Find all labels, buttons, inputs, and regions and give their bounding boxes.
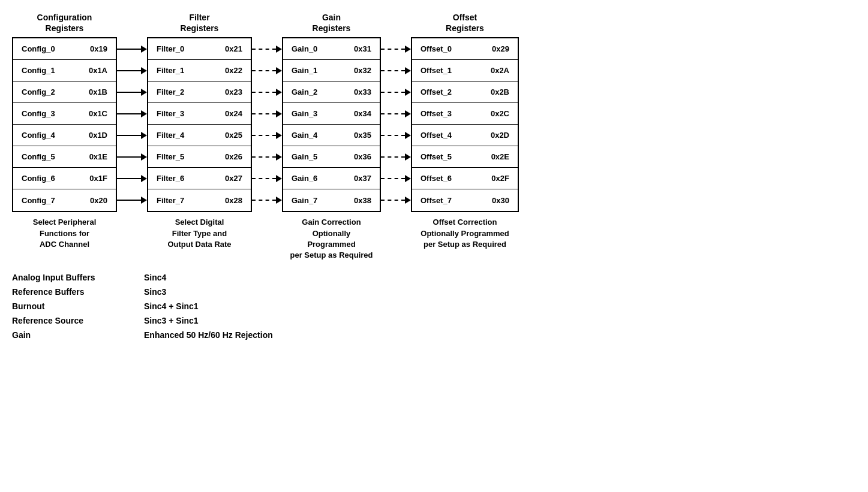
dashed-arrowhead [276, 67, 282, 74]
arrow-row [381, 168, 411, 189]
table-row: Filter_20x23 [148, 82, 251, 103]
dashed-line [252, 156, 276, 158]
table-row: Config_60x1F [13, 168, 116, 189]
filter-footer: Select DigitalFilter Type andOutput Data… [167, 217, 231, 250]
offset-header: OffsetRegisters [446, 12, 484, 34]
feature-value-analog: Sinc4 [144, 273, 166, 282]
solid-arrowhead [141, 67, 147, 74]
feature-label-refsource: Reference Source [12, 316, 144, 325]
dashed-arrowhead [276, 132, 282, 139]
reg-cell: Filter_00x21 [148, 38, 251, 59]
feature-row-refsource: Reference Source Sinc3 + Sinc1 [12, 316, 273, 325]
arrow-row [252, 146, 282, 168]
dashed-arrowhead [405, 46, 411, 53]
dashed-line [252, 200, 276, 201]
feature-value-gain: Enhanced 50 Hz/60 Hz Rejection [144, 330, 273, 340]
dashed-line [252, 92, 276, 93]
diagram-area: ConfigurationRegisters Config_00x19 Conf… [6, 12, 862, 345]
table-row: Filter_00x21 [148, 38, 251, 60]
arrow-row [252, 103, 282, 125]
feature-value-burnout: Sinc4 + Sinc1 [144, 301, 199, 311]
solid-line [117, 200, 141, 201]
arrow-row [252, 60, 282, 82]
dashed-line [381, 156, 405, 158]
reg-cell: Offset_50x2E [412, 146, 518, 167]
reg-cell: Gain_60x37 [283, 168, 380, 189]
table-row: Offset_40x2D [412, 125, 518, 146]
arrow-row [117, 146, 147, 168]
reg-cell: Offset_20x2B [412, 82, 518, 102]
solid-arrowhead [141, 110, 147, 117]
dashed-line [381, 135, 405, 136]
dashed-arrows-1 [252, 12, 282, 211]
feature-row-analog: Analog Input Buffers Sinc4 [12, 273, 273, 282]
dashed-line [252, 49, 276, 50]
table-row: Gain_70x38 [283, 189, 380, 211]
feature-label-burnout: Burnout [12, 301, 144, 311]
dashed-line [381, 178, 405, 179]
reg-cell: Gain_70x38 [283, 189, 380, 211]
reg-cell: Gain_40x35 [283, 125, 380, 146]
reg-cell: Config_50x1E [13, 146, 116, 167]
solid-line [117, 70, 141, 71]
feature-list: Analog Input Buffers Sinc4 Reference Buf… [6, 273, 273, 345]
arrow-row [117, 103, 147, 125]
solid-line [117, 113, 141, 114]
reg-cell: Filter_40x25 [148, 125, 251, 146]
reg-cell: Config_20x1B [13, 82, 116, 102]
table-row: Gain_40x35 [283, 125, 380, 146]
arrow-row [117, 168, 147, 189]
arrow-row [381, 103, 411, 125]
table-row: Config_50x1E [13, 146, 116, 168]
feature-value-reference: Sinc3 [144, 287, 166, 297]
reg-cell: Filter_10x22 [148, 60, 251, 81]
arrow-row [381, 38, 411, 60]
dashed-arrowhead [405, 132, 411, 139]
solid-arrowhead [141, 197, 147, 204]
reg-cell: Offset_10x2A [412, 60, 518, 81]
table-row: Offset_20x2B [412, 82, 518, 103]
solid-line [117, 49, 141, 50]
dashed-arrowhead [276, 46, 282, 53]
feature-label-analog: Analog Input Buffers [12, 273, 144, 282]
config-footer: Select PeripheralFunctions forADC Channe… [33, 217, 97, 250]
solid-line [117, 178, 141, 179]
offset-footer: Offset CorrectionOptionally Programmedpe… [421, 217, 509, 250]
table-row: Filter_30x24 [148, 103, 251, 125]
dashed-arrowhead [405, 67, 411, 74]
arrow-row [252, 125, 282, 146]
table-row: Filter_40x25 [148, 125, 251, 146]
solid-arrows [117, 12, 147, 211]
table-row: Filter_70x28 [148, 189, 251, 211]
dashed-arrowhead [276, 175, 282, 182]
table-row: Filter_60x27 [148, 168, 251, 189]
config-table: Config_00x19 Config_10x1A Config_20x1B C… [12, 37, 117, 212]
filter-table: Filter_00x21 Filter_10x22 Filter_20x23 F… [147, 37, 252, 212]
table-row: Gain_60x37 [283, 168, 380, 189]
reg-cell: Config_30x1C [13, 103, 116, 124]
arrow-row [117, 189, 147, 211]
gain-footer: Gain CorrectionOptionallyProgrammedper S… [290, 217, 373, 261]
reg-cell: Gain_20x33 [283, 82, 380, 102]
registers-section: ConfigurationRegisters Config_00x19 Conf… [12, 12, 868, 261]
table-row: Config_70x20 [13, 189, 116, 211]
arrow-row [381, 82, 411, 103]
solid-line [117, 92, 141, 93]
solid-arrowhead [141, 175, 147, 182]
reg-cell: Filter_30x24 [148, 103, 251, 124]
dashed-arrowhead [276, 89, 282, 96]
reg-cell: Offset_70x30 [412, 189, 518, 211]
reg-cell: Config_10x1A [13, 60, 116, 81]
table-row: Offset_50x2E [412, 146, 518, 168]
solid-arrowhead [141, 153, 147, 161]
dashed-line [381, 92, 405, 93]
arrow-row [252, 82, 282, 103]
arrow-row [117, 60, 147, 82]
table-row: Config_40x1D [13, 125, 116, 146]
table-row: Filter_10x22 [148, 60, 251, 82]
reg-cell: Filter_70x28 [148, 189, 251, 211]
feature-row-burnout: Burnout Sinc4 + Sinc1 [12, 301, 273, 311]
table-row: Filter_50x26 [148, 146, 251, 168]
solid-line [117, 156, 141, 158]
table-row: Offset_70x30 [412, 189, 518, 211]
